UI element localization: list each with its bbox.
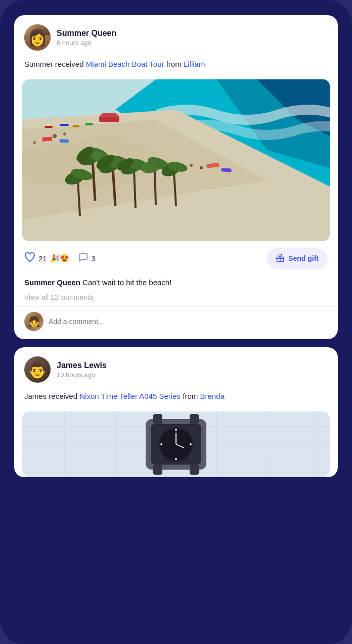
gift-icon-1 (276, 253, 285, 264)
send-gift-label-1: Send gift (288, 254, 319, 262)
post-caption-1: Summer Queen Can't wait to hit the beach… (14, 276, 338, 292)
likes-count-1: 21 (38, 254, 47, 263)
post-username-2[interactable]: James Lewis (57, 361, 107, 370)
caption-username-1[interactable]: Summer Queen (24, 278, 80, 287)
comments-count-1: 3 (92, 254, 96, 263)
comment-button-1[interactable]: 3 (78, 252, 96, 265)
phone-frame: Summer Queen 6 hours ago Summer received… (0, 0, 352, 644)
likes-emoji-1: 🎉😍 (50, 254, 69, 263)
post-time-1: 6 hours ago (57, 39, 116, 47)
description-prefix-2: James received (24, 392, 79, 400)
avatar-james-lewis[interactable] (24, 356, 51, 383)
post-card-2: James Lewis 10 hours ago James received … (14, 347, 338, 477)
post-time-2: 10 hours ago (57, 371, 107, 379)
post-image-1 (22, 79, 330, 241)
gift-link-1[interactable]: Miami Beach Boat Tour (86, 60, 164, 68)
heart-icon (24, 252, 35, 265)
post-actions-1: 21 🎉😍 3 (14, 241, 338, 276)
svg-rect-46 (22, 79, 330, 241)
caption-text-1: Can't wait to hit the beach! (80, 278, 171, 287)
description-prefix-1: Summer received (24, 60, 86, 68)
add-comment-row-1 (14, 306, 338, 339)
post-card-1: Summer Queen 6 hours ago Summer received… (14, 15, 338, 339)
send-gift-button-1[interactable]: Send gift (267, 248, 328, 269)
post-user-info-2: James Lewis 10 hours ago (57, 361, 107, 379)
post-description-2: James received Nixon Time Teller A045 Se… (14, 389, 338, 409)
post-username-1[interactable]: Summer Queen (57, 29, 116, 38)
avatar-summer-queen[interactable] (24, 24, 51, 51)
add-comment-input-1[interactable] (49, 317, 328, 326)
description-middle-2: from (181, 392, 200, 400)
commenter-avatar-1 (24, 312, 43, 331)
description-middle-1: from (164, 60, 184, 68)
post-user-info-1: Summer Queen 6 hours ago (57, 29, 116, 47)
post-image-2 (22, 411, 330, 477)
sender-link-1[interactable]: Lilliam (184, 60, 205, 68)
post-description-1: Summer received Miami Beach Boat Tour fr… (14, 57, 338, 77)
sender-link-2[interactable]: Brenda (200, 392, 224, 400)
post-image-wrapper-1 (14, 79, 338, 241)
comment-icon-1 (78, 252, 89, 265)
post-header-2: James Lewis 10 hours ago (14, 347, 338, 389)
like-button-1[interactable]: 21 🎉😍 (24, 252, 69, 265)
svg-rect-74 (22, 411, 330, 477)
view-comments-1[interactable]: View all 12 comments (14, 291, 338, 306)
post-image-wrapper-2 (14, 411, 338, 477)
post-header-1: Summer Queen 6 hours ago (14, 15, 338, 57)
gift-link-2[interactable]: Nixon Time Teller A045 Series (79, 392, 181, 400)
